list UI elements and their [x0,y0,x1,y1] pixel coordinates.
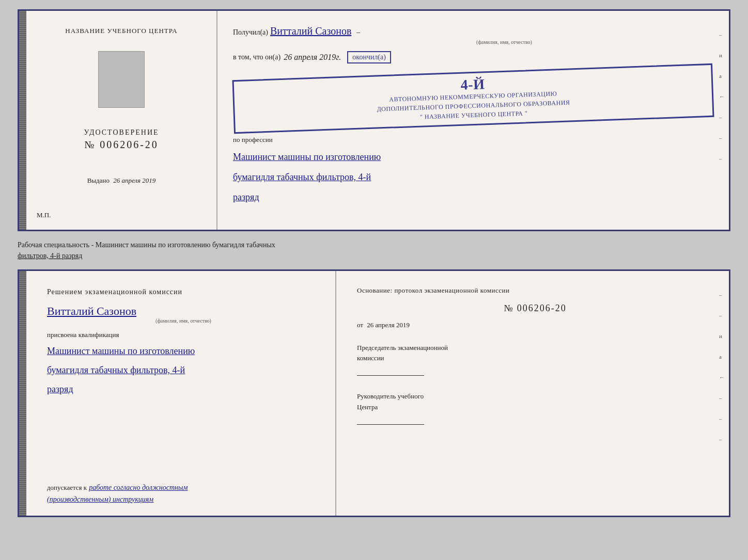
udost-number: № 006206-20 [84,139,159,151]
predsed-signature-line [357,375,424,376]
vtom-date: 26 апреля 2019г. [284,53,341,62]
dopusk-prefix: допускается к [47,484,87,491]
cert-spine-bottom [19,271,26,516]
dopusk-block: допускается к работе согласно должностны… [47,482,320,505]
sep-line2: фильтров, 4-й разряд [18,250,730,261]
fio-label-bottom: (фамилия, имя, отчество) [47,318,320,324]
prof-handwritten3: разряд [233,190,713,204]
rukov-signature-line [357,424,424,425]
sep-line2-underline: фильтров, 4-й разряд [18,252,82,260]
predsed-block: Председатель экзаменационной комиссии [357,343,713,377]
prof-label: по профессии [233,136,713,144]
center-label: НАЗВАНИЕ УЧЕБНОГО ЦЕНТРА [65,26,177,36]
poluchil-prefix: Получил(а) [233,28,268,37]
osnov-title: Основание: протокол экзаменационной коми… [357,285,713,296]
fio-label-top: (фамилия, имя, отчество) [295,39,713,45]
kvalif2: бумагидля табачных фильтров, 4-й [47,363,320,377]
mp-label: М.П. [37,211,51,219]
sep-line1: Рабочая специальность - Машинист машины … [18,239,730,250]
cert-bottom-right: Основание: протокол экзаменационной коми… [336,271,729,516]
stamp-block: 4-й АВТОНОМНУЮ НЕКОММЕРЧЕСКУЮ ОРГАНИЗАЦИ… [232,63,714,134]
rukov-block: Руководитель учебного Центра [357,391,713,426]
prof-handwritten2: бумагидля табачных фильтров, 4-й [233,170,713,184]
cert-spine-top [19,11,26,230]
kvalif1: Машинист машины по изготовлению [47,344,320,358]
vydano-line: Выдано 26 апреля 2019 [87,177,156,185]
komissia-title: Решением экзаменационной комиссии [47,286,320,297]
assign-label: присвоена квалификация [47,331,320,339]
recipient-block-bottom: Витталий Сазонов (фамилия, имя, отчество… [47,305,320,324]
vtom-line: в том, что он(а) 26 апреля 2019г. окончи… [233,51,713,63]
recipient-name-top: Витталий Сазонов [270,25,351,37]
poluchil-line: Получил(а) Витталий Сазонов – [233,25,713,37]
edge-marks-bottom: – – и а ← – – – [719,292,725,442]
prot-number: № 006206-20 [357,303,713,314]
predsed-label: Председатель экзаменационной комиссии [357,343,713,364]
ot-date-block: от 26 апреля 2019 [357,321,713,329]
recipient-name-bottom: Витталий Сазонов [47,305,320,318]
kvalif3: разряд [47,382,320,396]
certificate-top: НАЗВАНИЕ УЧЕБНОГО ЦЕНТРА УДОСТОВЕРЕНИЕ №… [18,9,730,231]
udost-title: УДОСТОВЕРЕНИЕ [84,129,159,137]
rukov-label: Руководитель учебного Центра [357,391,713,413]
cert-top-right: Получил(а) Витталий Сазонов – (фамилия, … [217,11,729,230]
ot-date: 26 апреля 2019 [367,321,410,329]
vydano-label: Выдано [87,177,110,184]
okonchil-label: окончил(а) [347,51,391,63]
ot-label: от [357,321,363,329]
vydano-date: 26 апреля 2019 [113,177,155,184]
dash-top: – [356,28,360,37]
certificate-bottom: Решением экзаменационной комиссии Виттал… [18,269,730,517]
vtom-prefix: в том, что он(а) [233,53,280,61]
photo-placeholder [98,51,145,108]
udost-block: УДОСТОВЕРЕНИЕ № 006206-20 [84,129,159,151]
cert-top-left: НАЗВАНИЕ УЧЕБНОГО ЦЕНТРА УДОСТОВЕРЕНИЕ №… [26,11,217,230]
prof-handwritten1: Машинист машины по изготовлению [233,150,713,164]
cert-bottom-left: Решением экзаменационной комиссии Виттал… [26,271,336,516]
separator-text: Рабочая специальность - Машинист машины … [18,237,730,263]
edge-marks-top: – и а ← – – – [719,31,725,162]
